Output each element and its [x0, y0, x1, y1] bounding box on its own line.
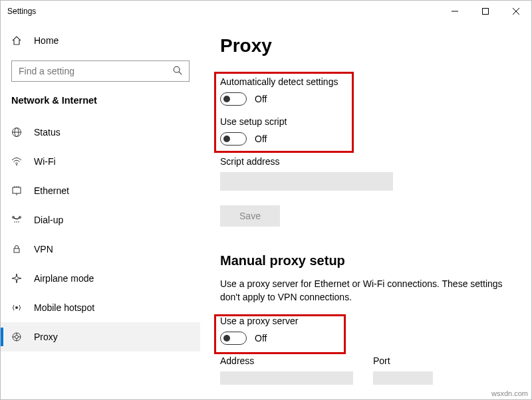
nav-item-label: Mobile hotspot: [34, 302, 94, 313]
script-address-label: Script address: [220, 156, 505, 167]
svg-point-18: [16, 221, 17, 223]
wifi-icon: [11, 156, 22, 167]
settings-window: Settings Home: [0, 0, 532, 400]
nav-item-label: Proxy: [34, 332, 58, 342]
address-port-row: Address Port: [220, 355, 505, 385]
use-proxy-block: Use a proxy server Off: [220, 316, 505, 345]
manual-description: Use a proxy server for Ethernet or Wi-Fi…: [220, 278, 505, 304]
nav-item-proxy[interactable]: Proxy: [1, 322, 200, 351]
nav-item-label: Airplane mode: [34, 273, 94, 284]
ethernet-icon: [11, 185, 22, 196]
auto-detect-state: Off: [255, 94, 267, 104]
manual-section-title: Manual proxy setup: [220, 253, 505, 268]
svg-rect-10: [13, 187, 21, 193]
watermark: wsxdn.com: [491, 389, 528, 397]
search-icon: [173, 66, 182, 77]
script-address-input[interactable]: [220, 172, 393, 191]
nav-item-ethernet[interactable]: Ethernet: [1, 176, 200, 205]
use-proxy-label: Use a proxy server: [220, 316, 505, 326]
proxy-icon: [11, 332, 22, 342]
home-icon: [11, 35, 22, 46]
maximize-button[interactable]: [470, 1, 501, 22]
setup-script-label: Use setup script: [220, 116, 505, 127]
minimize-button[interactable]: [440, 1, 470, 22]
address-label: Address: [220, 355, 353, 366]
setup-script-state: Off: [255, 134, 267, 144]
port-label: Port: [373, 355, 433, 366]
svg-line-5: [179, 72, 182, 74]
nav-item-label: Dial-up: [34, 215, 63, 225]
hotspot-icon: [11, 302, 22, 313]
svg-point-9: [16, 164, 17, 165]
nav-item-dialup[interactable]: Dial-up: [1, 205, 200, 235]
setup-script-toggle[interactable]: [220, 132, 247, 146]
main-panel: Proxy Automatically detect settings Off …: [200, 22, 531, 399]
port-input[interactable]: [373, 371, 433, 385]
window-title: Settings: [7, 7, 440, 16]
nav-item-hotspot[interactable]: Mobile hotspot: [1, 293, 200, 322]
setup-script-block: Use setup script Off: [220, 116, 505, 146]
auto-detect-block: Automatically detect settings Off: [220, 76, 505, 106]
search-input[interactable]: [19, 66, 173, 76]
setup-script-toggle-row: Off: [220, 132, 505, 146]
nav-item-label: VPN: [34, 244, 53, 254]
sidebar: Home Network & Internet Status Wi-Fi: [1, 22, 200, 399]
content-area: Home Network & Internet Status Wi-Fi: [1, 22, 531, 399]
use-proxy-toggle[interactable]: [220, 332, 247, 345]
titlebar: Settings: [1, 1, 531, 22]
auto-detect-toggle[interactable]: [220, 92, 247, 106]
nav-item-status[interactable]: Status: [1, 118, 200, 147]
globe-icon: [11, 127, 22, 138]
address-column: Address: [220, 355, 353, 385]
use-proxy-toggle-row: Off: [220, 332, 505, 345]
svg-point-21: [15, 306, 18, 309]
address-input[interactable]: [220, 371, 353, 385]
search-box[interactable]: [11, 60, 190, 82]
auto-detect-label: Automatically detect settings: [220, 76, 505, 87]
nav-item-label: Status: [34, 127, 61, 138]
nav-item-wifi[interactable]: Wi-Fi: [1, 147, 200, 176]
save-button[interactable]: Save: [220, 205, 280, 227]
page-title: Proxy: [220, 35, 505, 56]
airplane-icon: [11, 273, 22, 284]
vpn-icon: [11, 244, 22, 254]
port-column: Port: [373, 355, 433, 385]
nav-item-vpn[interactable]: VPN: [1, 235, 200, 264]
svg-point-4: [174, 66, 180, 72]
nav-item-airplane[interactable]: Airplane mode: [1, 264, 200, 293]
close-button[interactable]: [501, 1, 531, 22]
nav-category: Network & Internet: [1, 87, 200, 118]
svg-point-23: [15, 336, 19, 339]
svg-point-19: [18, 221, 19, 223]
dialup-icon: [11, 215, 22, 225]
nav-item-label: Wi-Fi: [34, 156, 56, 167]
nav-home[interactable]: Home: [1, 27, 200, 54]
nav-item-label: Ethernet: [34, 185, 69, 196]
svg-rect-1: [483, 9, 489, 15]
svg-rect-20: [14, 249, 19, 252]
svg-point-17: [14, 221, 15, 223]
use-proxy-state: Off: [255, 333, 267, 344]
window-controls: [440, 1, 531, 22]
auto-detect-toggle-row: Off: [220, 92, 505, 106]
nav-home-label: Home: [34, 35, 59, 46]
